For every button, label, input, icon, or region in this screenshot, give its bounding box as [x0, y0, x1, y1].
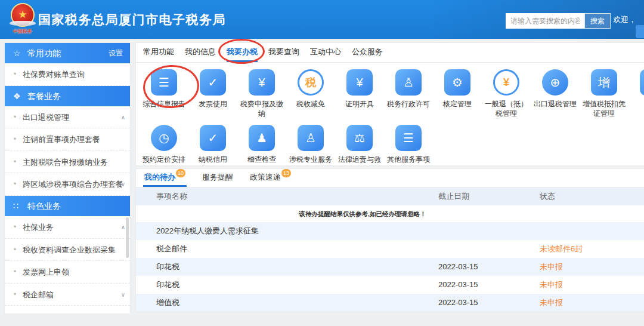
table-row[interactable]: 2022年纳税人缴费人需求征集	[136, 222, 644, 240]
service-icon: ♙	[395, 69, 422, 96]
service-item[interactable]: ⊕ 出口退税管理	[531, 69, 580, 118]
table-row[interactable]: 增值税 2022-03-15 未申报	[136, 294, 644, 312]
bullet-icon: •	[14, 151, 16, 174]
service-item[interactable]: ¥ 税费申报及缴纳	[237, 69, 286, 118]
service-item[interactable]: ♙ 税务行政许可	[384, 69, 433, 118]
sidebar-item[interactable]: • 出口退税管理 ∧	[5, 106, 130, 129]
service-icon-glyph: ⚙	[452, 76, 463, 89]
service-icon: ♙	[298, 125, 324, 151]
service-label: 法律追责与救济事项	[335, 155, 384, 165]
main-tab[interactable]: 常用功能	[143, 43, 174, 62]
sidebar-item[interactable]: • 社保业务 ∧	[5, 216, 130, 239]
service-item[interactable]: 增 增值税抵扣凭证管理	[580, 69, 628, 118]
main-tab[interactable]: 我的信息	[185, 43, 216, 62]
todo-panel: 我的待办10 服务提醒 政策速递13 事项名称 截止日期 状态 该待办提醒结果仅…	[136, 169, 644, 312]
top-header-bar: ★ 中国税务 国家税务总局厦门市电子税务局 搜索 欢迎，	[0, 0, 644, 39]
service-icon-glyph: ✓	[208, 76, 218, 89]
search-input[interactable]	[506, 13, 584, 29]
service-label: 税收减免	[286, 99, 335, 118]
column-header-date: 截止日期	[438, 187, 469, 205]
service-label: 税	[628, 99, 644, 118]
service-icon-glyph: ¥	[356, 76, 363, 89]
todo-tab[interactable]: 政策速递13	[249, 169, 292, 187]
main-tab[interactable]: 公众服务	[352, 43, 383, 62]
table-row[interactable]: 税企邮件 未读邮件6封	[136, 240, 644, 258]
main-tab[interactable]: 我要查询	[268, 43, 299, 62]
service-label: 综合信息报告	[140, 99, 188, 118]
service-icon: ◷	[151, 125, 177, 151]
bullet-icon: •	[14, 261, 16, 284]
search-button[interactable]: 搜索	[584, 13, 611, 29]
sidebar-item-label: 税企邮箱	[23, 290, 54, 299]
header-search: 搜索	[506, 13, 611, 29]
sidebar-item-label: 出口退税管理	[23, 113, 69, 122]
chevron-icon[interactable]: ∨	[121, 173, 125, 196]
header-action-button[interactable]	[636, 25, 644, 38]
bullet-icon: •	[14, 216, 16, 239]
main-tab[interactable]: 我要办税	[227, 43, 258, 62]
todo-tab-label: 服务提醒	[202, 173, 233, 182]
page-title: 国家税务总局厦门市电子税务局	[38, 11, 226, 28]
column-header-status: 状态	[540, 187, 555, 205]
service-icon: ⚖	[346, 125, 373, 151]
sidebar-item[interactable]: ∷ • 特色业务	[5, 196, 130, 216]
sidebar-item-label: 注销前置事项办理套餐	[23, 135, 100, 144]
service-item[interactable]: ☰ 综合信息报告	[140, 69, 188, 118]
service-icon-glyph: ✓	[208, 131, 218, 144]
service-icon: ☰	[395, 125, 422, 151]
service-item[interactable]: ♟ 稽查检查	[237, 125, 286, 165]
service-icon: 税	[298, 69, 324, 96]
service-item[interactable]: ◷ 预约定价安排谈签申请	[140, 125, 188, 165]
main-tab[interactable]: 互动中心	[310, 43, 341, 62]
chevron-icon[interactable]: ∧	[121, 106, 125, 129]
sidebar-item[interactable]: • 发票网上申领	[5, 261, 130, 284]
sidebar-item[interactable]: • 主附税联合申报缴纳业务	[5, 151, 130, 174]
sidebar-item-label: 社保业务	[23, 223, 54, 232]
sidebar-item[interactable]: • 注销前置事项办理套餐	[5, 128, 130, 151]
national-emblem-icon: ★	[11, 3, 35, 27]
sidebar-item[interactable]: • 社保费对账单查询	[5, 63, 130, 86]
table-header: 事项名称 截止日期 状态	[136, 187, 644, 205]
service-item[interactable]: ⚙ 核定管理	[433, 69, 482, 118]
service-item[interactable]: ⚖ 法律追责与救济事项	[335, 125, 384, 165]
service-icon-glyph: 增	[598, 76, 610, 89]
sidebar-item[interactable]: • 跨区域涉税事项综合办理套餐 ∨	[5, 173, 130, 196]
bullet-icon: •	[14, 106, 16, 129]
service-item[interactable]: ✓ 发票使用	[188, 69, 237, 118]
sidebar-item-label: 税收资料调查企业数据采集	[23, 245, 116, 254]
sidebar-item[interactable]: • 税收资料调查企业数据采集	[5, 239, 130, 262]
service-label: 一般退（抵）税管理	[482, 99, 531, 118]
table-row[interactable]: 印花税 2022-03-15 未申报	[136, 258, 644, 276]
service-label: 发票使用	[188, 99, 237, 118]
table-row[interactable]: 印花税 2022-03-15 未申报	[136, 276, 644, 294]
bullet-icon: •	[14, 284, 16, 306]
settings-link[interactable]: 设置	[109, 43, 123, 63]
chevron-icon[interactable]: ∨	[121, 284, 125, 306]
service-item[interactable]: ¥ 一般退（抵）税管理	[482, 69, 531, 118]
service-icon-glyph: ⊕	[550, 76, 561, 89]
service-item[interactable]: ¥ 证明开具	[335, 69, 384, 118]
sidebar-item[interactable]: • 税企邮箱 ∨	[5, 284, 130, 306]
service-item[interactable]: 税 税收减免	[286, 69, 335, 118]
chevron-icon[interactable]: ∧	[121, 216, 125, 239]
sidebar: ☆ • 常用功能 设置 • 社保费对账单查询 ❖ • 套餐业务 • 出口退税管理	[5, 43, 130, 313]
service-icon: ♟	[249, 125, 275, 151]
sidebar-scrollbar[interactable]	[126, 217, 129, 258]
sidebar-item[interactable]: ❖ • 套餐业务	[5, 86, 130, 106]
cell-date: 2022-03-15	[438, 276, 478, 294]
service-label: 税务行政许可	[384, 99, 433, 118]
service-grid-row-2: ◷ 预约定价安排谈签申请 ✓ 纳税信用 ♟ 稽查检查 ♙	[136, 125, 644, 165]
logo-caption: 中国税务	[8, 28, 37, 35]
service-item[interactable]: ✓ 纳税信用	[188, 125, 237, 165]
cell-status: 未读邮件6封	[540, 240, 583, 258]
todo-tab[interactable]: 服务提醒	[201, 169, 234, 187]
sidebar-item-label: 套餐业务	[27, 91, 61, 101]
service-label: 核定管理	[433, 99, 482, 118]
welcome-text: 欢迎，	[613, 14, 636, 25]
service-item[interactable]: ♙ 涉税专业服务机构管理	[286, 125, 335, 165]
service-item[interactable]: ☰ 其他服务事项	[384, 125, 433, 165]
cell-status: 未申报	[540, 294, 563, 312]
service-item[interactable]: ☰ 税	[628, 69, 644, 118]
todo-tab[interactable]: 我的待办10	[143, 169, 187, 187]
sidebar-item[interactable]: ☆ • 常用功能 设置	[5, 43, 130, 63]
